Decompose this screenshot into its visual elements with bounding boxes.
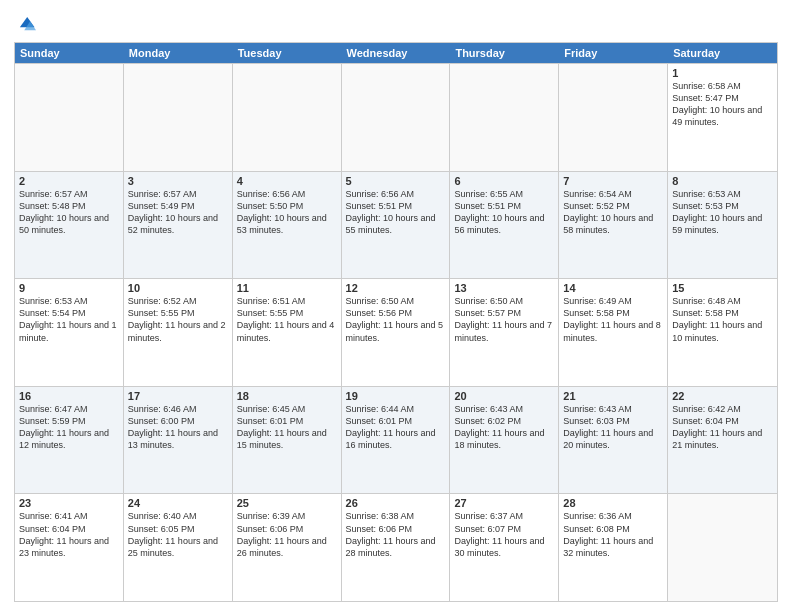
- calendar-cell: 19Sunrise: 6:44 AM Sunset: 6:01 PM Dayli…: [342, 387, 451, 494]
- day-number: 1: [672, 67, 773, 79]
- calendar-body: 1Sunrise: 6:58 AM Sunset: 5:47 PM Daylig…: [15, 63, 777, 601]
- logo: [14, 14, 38, 36]
- day-number: 7: [563, 175, 663, 187]
- day-number: 10: [128, 282, 228, 294]
- day-number: 28: [563, 497, 663, 509]
- calendar-cell: 1Sunrise: 6:58 AM Sunset: 5:47 PM Daylig…: [668, 64, 777, 171]
- day-number: 27: [454, 497, 554, 509]
- day-info: Sunrise: 6:36 AM Sunset: 6:08 PM Dayligh…: [563, 510, 663, 559]
- calendar-cell: 9Sunrise: 6:53 AM Sunset: 5:54 PM Daylig…: [15, 279, 124, 386]
- calendar-cell: [559, 64, 668, 171]
- calendar-cell: 3Sunrise: 6:57 AM Sunset: 5:49 PM Daylig…: [124, 172, 233, 279]
- calendar-cell: 2Sunrise: 6:57 AM Sunset: 5:48 PM Daylig…: [15, 172, 124, 279]
- day-number: 9: [19, 282, 119, 294]
- day-number: 11: [237, 282, 337, 294]
- day-info: Sunrise: 6:54 AM Sunset: 5:52 PM Dayligh…: [563, 188, 663, 237]
- weekday-header: Wednesday: [342, 43, 451, 63]
- day-number: 14: [563, 282, 663, 294]
- calendar-cell: 8Sunrise: 6:53 AM Sunset: 5:53 PM Daylig…: [668, 172, 777, 279]
- day-number: 23: [19, 497, 119, 509]
- day-info: Sunrise: 6:56 AM Sunset: 5:51 PM Dayligh…: [346, 188, 446, 237]
- calendar-header: SundayMondayTuesdayWednesdayThursdayFrid…: [15, 43, 777, 63]
- calendar-cell: 10Sunrise: 6:52 AM Sunset: 5:55 PM Dayli…: [124, 279, 233, 386]
- calendar-cell: 24Sunrise: 6:40 AM Sunset: 6:05 PM Dayli…: [124, 494, 233, 601]
- day-info: Sunrise: 6:52 AM Sunset: 5:55 PM Dayligh…: [128, 295, 228, 344]
- calendar-cell: 25Sunrise: 6:39 AM Sunset: 6:06 PM Dayli…: [233, 494, 342, 601]
- day-info: Sunrise: 6:56 AM Sunset: 5:50 PM Dayligh…: [237, 188, 337, 237]
- day-info: Sunrise: 6:53 AM Sunset: 5:53 PM Dayligh…: [672, 188, 773, 237]
- calendar-cell: 7Sunrise: 6:54 AM Sunset: 5:52 PM Daylig…: [559, 172, 668, 279]
- calendar-cell: 27Sunrise: 6:37 AM Sunset: 6:07 PM Dayli…: [450, 494, 559, 601]
- day-info: Sunrise: 6:43 AM Sunset: 6:03 PM Dayligh…: [563, 403, 663, 452]
- calendar-row: 9Sunrise: 6:53 AM Sunset: 5:54 PM Daylig…: [15, 278, 777, 386]
- calendar-row: 2Sunrise: 6:57 AM Sunset: 5:48 PM Daylig…: [15, 171, 777, 279]
- day-number: 16: [19, 390, 119, 402]
- calendar-row: 16Sunrise: 6:47 AM Sunset: 5:59 PM Dayli…: [15, 386, 777, 494]
- calendar-cell: 16Sunrise: 6:47 AM Sunset: 5:59 PM Dayli…: [15, 387, 124, 494]
- weekday-header: Monday: [124, 43, 233, 63]
- day-info: Sunrise: 6:51 AM Sunset: 5:55 PM Dayligh…: [237, 295, 337, 344]
- logo-icon: [14, 14, 36, 36]
- calendar-cell: 23Sunrise: 6:41 AM Sunset: 6:04 PM Dayli…: [15, 494, 124, 601]
- day-info: Sunrise: 6:50 AM Sunset: 5:56 PM Dayligh…: [346, 295, 446, 344]
- day-number: 3: [128, 175, 228, 187]
- calendar-row: 23Sunrise: 6:41 AM Sunset: 6:04 PM Dayli…: [15, 493, 777, 601]
- calendar-cell: 26Sunrise: 6:38 AM Sunset: 6:06 PM Dayli…: [342, 494, 451, 601]
- day-info: Sunrise: 6:48 AM Sunset: 5:58 PM Dayligh…: [672, 295, 773, 344]
- calendar-cell: 17Sunrise: 6:46 AM Sunset: 6:00 PM Dayli…: [124, 387, 233, 494]
- calendar-cell: [233, 64, 342, 171]
- day-info: Sunrise: 6:49 AM Sunset: 5:58 PM Dayligh…: [563, 295, 663, 344]
- day-info: Sunrise: 6:45 AM Sunset: 6:01 PM Dayligh…: [237, 403, 337, 452]
- day-number: 21: [563, 390, 663, 402]
- day-number: 6: [454, 175, 554, 187]
- calendar-cell: [342, 64, 451, 171]
- calendar-row: 1Sunrise: 6:58 AM Sunset: 5:47 PM Daylig…: [15, 63, 777, 171]
- weekday-header: Saturday: [668, 43, 777, 63]
- day-number: 13: [454, 282, 554, 294]
- day-number: 17: [128, 390, 228, 402]
- day-info: Sunrise: 6:57 AM Sunset: 5:49 PM Dayligh…: [128, 188, 228, 237]
- day-number: 22: [672, 390, 773, 402]
- calendar-cell: 4Sunrise: 6:56 AM Sunset: 5:50 PM Daylig…: [233, 172, 342, 279]
- day-number: 12: [346, 282, 446, 294]
- day-info: Sunrise: 6:44 AM Sunset: 6:01 PM Dayligh…: [346, 403, 446, 452]
- day-info: Sunrise: 6:38 AM Sunset: 6:06 PM Dayligh…: [346, 510, 446, 559]
- calendar-cell: 5Sunrise: 6:56 AM Sunset: 5:51 PM Daylig…: [342, 172, 451, 279]
- calendar-cell: 18Sunrise: 6:45 AM Sunset: 6:01 PM Dayli…: [233, 387, 342, 494]
- calendar-cell: 12Sunrise: 6:50 AM Sunset: 5:56 PM Dayli…: [342, 279, 451, 386]
- day-info: Sunrise: 6:53 AM Sunset: 5:54 PM Dayligh…: [19, 295, 119, 344]
- day-number: 19: [346, 390, 446, 402]
- day-info: Sunrise: 6:40 AM Sunset: 6:05 PM Dayligh…: [128, 510, 228, 559]
- day-number: 2: [19, 175, 119, 187]
- page: SundayMondayTuesdayWednesdayThursdayFrid…: [0, 0, 792, 612]
- calendar-cell: 28Sunrise: 6:36 AM Sunset: 6:08 PM Dayli…: [559, 494, 668, 601]
- header: [14, 10, 778, 36]
- weekday-header: Tuesday: [233, 43, 342, 63]
- day-number: 25: [237, 497, 337, 509]
- day-number: 8: [672, 175, 773, 187]
- day-number: 4: [237, 175, 337, 187]
- day-number: 18: [237, 390, 337, 402]
- calendar-cell: 15Sunrise: 6:48 AM Sunset: 5:58 PM Dayli…: [668, 279, 777, 386]
- calendar-cell: [450, 64, 559, 171]
- calendar-cell: [124, 64, 233, 171]
- day-number: 24: [128, 497, 228, 509]
- calendar-cell: [15, 64, 124, 171]
- day-info: Sunrise: 6:42 AM Sunset: 6:04 PM Dayligh…: [672, 403, 773, 452]
- day-number: 20: [454, 390, 554, 402]
- calendar: SundayMondayTuesdayWednesdayThursdayFrid…: [14, 42, 778, 602]
- calendar-cell: 13Sunrise: 6:50 AM Sunset: 5:57 PM Dayli…: [450, 279, 559, 386]
- day-info: Sunrise: 6:50 AM Sunset: 5:57 PM Dayligh…: [454, 295, 554, 344]
- calendar-cell: [668, 494, 777, 601]
- day-info: Sunrise: 6:57 AM Sunset: 5:48 PM Dayligh…: [19, 188, 119, 237]
- day-info: Sunrise: 6:55 AM Sunset: 5:51 PM Dayligh…: [454, 188, 554, 237]
- day-info: Sunrise: 6:46 AM Sunset: 6:00 PM Dayligh…: [128, 403, 228, 452]
- calendar-cell: 21Sunrise: 6:43 AM Sunset: 6:03 PM Dayli…: [559, 387, 668, 494]
- day-info: Sunrise: 6:37 AM Sunset: 6:07 PM Dayligh…: [454, 510, 554, 559]
- day-info: Sunrise: 6:58 AM Sunset: 5:47 PM Dayligh…: [672, 80, 773, 129]
- calendar-cell: 22Sunrise: 6:42 AM Sunset: 6:04 PM Dayli…: [668, 387, 777, 494]
- day-info: Sunrise: 6:43 AM Sunset: 6:02 PM Dayligh…: [454, 403, 554, 452]
- weekday-header: Sunday: [15, 43, 124, 63]
- calendar-cell: 20Sunrise: 6:43 AM Sunset: 6:02 PM Dayli…: [450, 387, 559, 494]
- day-info: Sunrise: 6:41 AM Sunset: 6:04 PM Dayligh…: [19, 510, 119, 559]
